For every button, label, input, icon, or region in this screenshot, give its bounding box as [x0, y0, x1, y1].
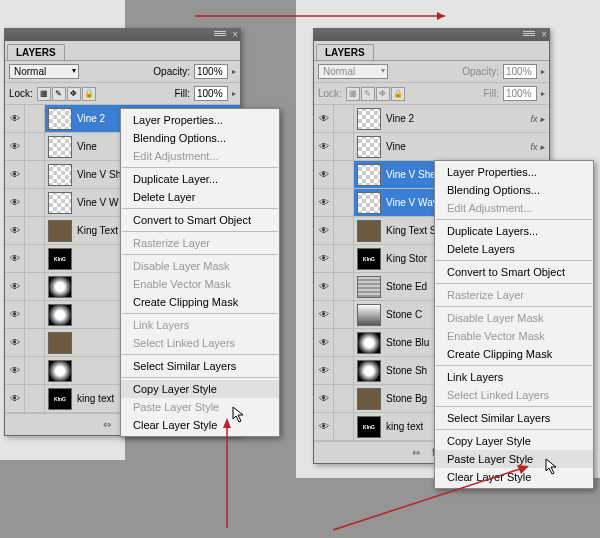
layer-name[interactable]: Vine V Sh — [75, 169, 121, 180]
visibility-toggle[interactable]: 👁 — [314, 301, 334, 328]
visibility-toggle[interactable]: 👁 — [5, 189, 25, 216]
visibility-toggle[interactable]: 👁 — [314, 133, 334, 160]
layer-row[interactable]: 👁Vine 2fx ▸ — [314, 105, 549, 133]
chevron-right-icon[interactable]: ▸ — [232, 89, 236, 98]
visibility-toggle[interactable]: 👁 — [314, 189, 334, 216]
menu-item[interactable]: Select Similar Layers — [435, 409, 593, 427]
layer-thumbnail[interactable] — [357, 220, 381, 242]
layer-thumbnail[interactable] — [357, 332, 381, 354]
layer-name[interactable]: Stone Bg — [384, 393, 427, 404]
menu-item[interactable]: Duplicate Layers... — [435, 222, 593, 240]
menu-item[interactable]: Create Clipping Mask — [121, 293, 279, 311]
fill-input[interactable]: 100% — [194, 86, 228, 101]
menu-item[interactable]: Blending Options... — [435, 181, 593, 199]
menu-item[interactable]: Link Layers — [435, 368, 593, 386]
fx-indicator[interactable]: fx ▸ — [530, 142, 545, 152]
layer-thumbnail[interactable] — [357, 304, 381, 326]
visibility-toggle[interactable]: 👁 — [5, 301, 25, 328]
layer-thumbnail[interactable] — [48, 220, 72, 242]
layer-thumbnail[interactable] — [357, 108, 381, 130]
lock-all-icon[interactable]: 🔒 — [82, 87, 96, 101]
opacity-input[interactable]: 100% — [503, 64, 537, 79]
layer-name[interactable]: Stone C — [384, 309, 422, 320]
visibility-toggle[interactable]: 👁 — [5, 357, 25, 384]
menu-item[interactable]: Copy Layer Style — [121, 380, 279, 398]
menu-item[interactable]: Create Clipping Mask — [435, 345, 593, 363]
lock-transparency-icon[interactable]: ▦ — [346, 87, 360, 101]
layer-name[interactable]: king text — [384, 421, 423, 432]
layer-name[interactable]: Stone Ed — [384, 281, 427, 292]
visibility-toggle[interactable]: 👁 — [5, 161, 25, 188]
visibility-toggle[interactable]: 👁 — [5, 329, 25, 356]
layer-name[interactable]: Vine — [75, 141, 97, 152]
panel-menu-icon[interactable] — [523, 30, 535, 38]
context-menu-left[interactable]: Layer Properties...Blending Options...Ed… — [120, 108, 280, 437]
layer-thumbnail[interactable]: KInG — [357, 248, 381, 270]
layer-thumbnail[interactable] — [357, 276, 381, 298]
chevron-right-icon[interactable]: ▸ — [541, 67, 545, 76]
layers-tab[interactable]: LAYERS — [316, 44, 374, 60]
layer-thumbnail[interactable] — [48, 164, 72, 186]
layer-thumbnail[interactable] — [357, 192, 381, 214]
fill-input[interactable]: 100% — [503, 86, 537, 101]
layer-name[interactable]: Stone Blu — [384, 337, 429, 348]
layer-row[interactable]: 👁Vinefx ▸ — [314, 133, 549, 161]
panel-menu-icon[interactable] — [214, 30, 226, 38]
menu-item[interactable]: Layer Properties... — [121, 111, 279, 129]
chevron-right-icon[interactable]: ▸ — [232, 67, 236, 76]
visibility-toggle[interactable]: 👁 — [5, 217, 25, 244]
layer-name[interactable]: king text — [75, 393, 114, 404]
menu-item[interactable]: Duplicate Layer... — [121, 170, 279, 188]
blend-mode-select[interactable]: Normal — [318, 64, 388, 79]
layer-thumbnail[interactable] — [48, 304, 72, 326]
chevron-right-icon[interactable]: ▸ — [541, 89, 545, 98]
menu-item[interactable]: Select Similar Layers — [121, 357, 279, 375]
layer-name[interactable]: King Stor — [384, 253, 427, 264]
panel-titlebar[interactable]: × — [314, 29, 549, 41]
visibility-toggle[interactable]: 👁 — [5, 385, 25, 412]
link-icon[interactable]: ⇔ — [409, 446, 423, 460]
close-icon[interactable]: × — [541, 29, 547, 40]
lock-transparency-icon[interactable]: ▦ — [37, 87, 51, 101]
menu-item[interactable]: Copy Layer Style — [435, 432, 593, 450]
layer-name[interactable]: Vine V W — [75, 197, 119, 208]
menu-item[interactable]: Delete Layer — [121, 188, 279, 206]
lock-position-icon[interactable]: ✥ — [67, 87, 81, 101]
lock-pixels-icon[interactable]: ✎ — [52, 87, 66, 101]
layer-thumbnail[interactable]: KInG — [357, 416, 381, 438]
opacity-input[interactable]: 100% — [194, 64, 228, 79]
lock-all-icon[interactable]: 🔒 — [391, 87, 405, 101]
lock-position-icon[interactable]: ✥ — [376, 87, 390, 101]
menu-item[interactable]: Convert to Smart Object — [121, 211, 279, 229]
visibility-toggle[interactable]: 👁 — [5, 245, 25, 272]
layer-name[interactable]: Stone Sh — [384, 365, 427, 376]
visibility-toggle[interactable]: 👁 — [314, 105, 334, 132]
layer-name[interactable]: King Text — [75, 225, 118, 236]
menu-item[interactable]: Layer Properties... — [435, 163, 593, 181]
menu-item[interactable]: Blending Options... — [121, 129, 279, 147]
layer-thumbnail[interactable] — [48, 332, 72, 354]
menu-item[interactable]: Clear Layer Style — [121, 416, 279, 434]
layer-thumbnail[interactable] — [48, 192, 72, 214]
visibility-toggle[interactable]: 👁 — [5, 105, 25, 132]
layer-name[interactable]: Vine 2 — [384, 113, 414, 124]
layer-thumbnail[interactable] — [48, 136, 72, 158]
menu-item[interactable]: Convert to Smart Object — [435, 263, 593, 281]
visibility-toggle[interactable]: 👁 — [314, 161, 334, 188]
visibility-toggle[interactable]: 👁 — [314, 385, 334, 412]
layer-thumbnail[interactable] — [357, 388, 381, 410]
visibility-toggle[interactable]: 👁 — [314, 357, 334, 384]
link-icon[interactable]: ⇔ — [100, 418, 114, 432]
layer-thumbnail[interactable] — [357, 136, 381, 158]
visibility-toggle[interactable]: 👁 — [314, 413, 334, 440]
layer-name[interactable]: Vine — [384, 141, 406, 152]
visibility-toggle[interactable]: 👁 — [5, 133, 25, 160]
visibility-toggle[interactable]: 👁 — [314, 217, 334, 244]
menu-item[interactable]: Delete Layers — [435, 240, 593, 258]
layer-thumbnail[interactable]: KInG — [48, 248, 72, 270]
context-menu-right[interactable]: Layer Properties...Blending Options...Ed… — [434, 160, 594, 489]
layer-thumbnail[interactable] — [48, 360, 72, 382]
layer-thumbnail[interactable] — [357, 360, 381, 382]
blend-mode-select[interactable]: Normal — [9, 64, 79, 79]
layer-name[interactable]: Vine 2 — [75, 113, 105, 124]
